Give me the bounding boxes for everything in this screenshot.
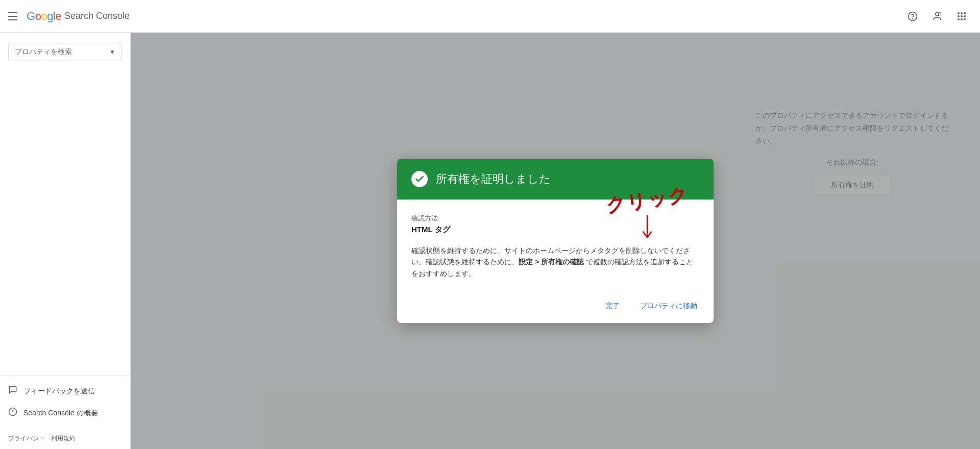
dialog-description: 確認状態を維持するために、サイトのホームページからメタタグを削除しないでください… — [411, 245, 699, 279]
menu-icon[interactable] — [8, 10, 20, 22]
app-title: Search Console — [64, 11, 130, 21]
dialog-footer: 完了 プロパティに移動 — [397, 293, 714, 323]
dialog-title: 所有権を証明しました — [436, 171, 551, 187]
content-area: このプロパティにアクセスできるアカウントでログインするか、プロパティ所有者にアク… — [131, 33, 980, 449]
account-button[interactable] — [927, 6, 947, 27]
info-icon — [8, 407, 17, 419]
header-left: Google Search Console — [8, 10, 130, 23]
done-button[interactable]: 完了 — [597, 297, 628, 315]
verification-method-label: 確認方法: — [411, 214, 699, 223]
verification-method-value: HTML タグ — [411, 225, 699, 235]
sidebar-item-feedback[interactable]: フィードバックを送信 — [0, 380, 130, 402]
dialog-header: 所有権を証明しました — [397, 159, 714, 199]
success-check-icon — [411, 171, 428, 187]
overview-label: Search Console の概要 — [23, 409, 98, 418]
logo-area: Google Search Console — [27, 10, 130, 23]
header-right — [902, 6, 972, 27]
google-logo: Google — [27, 10, 61, 23]
svg-point-1 — [913, 18, 913, 18]
chevron-down-icon: ▼ — [109, 48, 115, 56]
sidebar-item-overview[interactable]: Search Console の概要 — [0, 402, 130, 424]
apps-button[interactable] — [951, 6, 972, 27]
terms-link[interactable]: 利用規約 — [51, 434, 76, 443]
go-to-property-button[interactable]: プロパティに移動 — [632, 297, 705, 315]
dialog-body: 確認方法: HTML タグ 確認状態を維持するために、サイトのホームページからメ… — [397, 199, 714, 293]
grid-icon — [958, 12, 966, 20]
privacy-link[interactable]: プライバシー — [8, 434, 45, 443]
property-search[interactable]: プロパティを検索 ▼ — [8, 43, 122, 61]
sidebar: プロパティを検索 ▼ フィードバックを送信 — [0, 33, 131, 449]
sidebar-bottom: フィードバックを送信 Search Console の概要 — [0, 376, 130, 428]
description-bold: 設定 > 所有権の確認 — [519, 258, 584, 266]
sidebar-spacer — [0, 69, 130, 376]
modal-overlay[interactable]: 所有権を証明しました 確認方法: HTML タグ 確認状態を維持するために、サイ… — [131, 33, 980, 449]
help-button[interactable] — [902, 6, 923, 27]
header: Google Search Console — [0, 0, 980, 33]
sidebar-footer: プライバシー 利用規約 — [0, 428, 130, 449]
verification-dialog: 所有権を証明しました 確認方法: HTML タグ 確認状態を維持するために、サイ… — [397, 159, 714, 323]
feedback-icon — [8, 385, 17, 397]
feedback-label: フィードバックを送信 — [23, 387, 95, 396]
main-layout: プロパティを検索 ▼ フィードバックを送信 — [0, 33, 980, 449]
property-search-text: プロパティを検索 — [15, 47, 105, 57]
